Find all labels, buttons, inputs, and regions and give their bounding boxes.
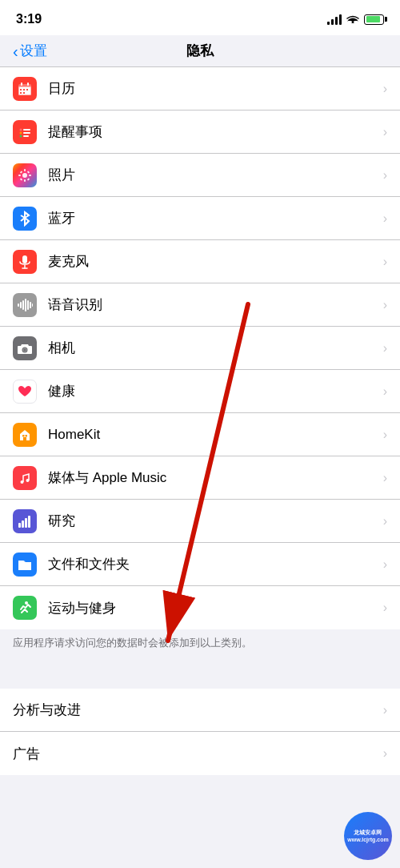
svg-point-43 [21,480,24,484]
voice-label: 语音识别 [48,295,383,314]
research-chevron-icon: › [383,514,387,528]
svg-rect-10 [23,92,25,94]
settings-item-media[interactable]: 媒体与 Apple Music › [0,456,400,500]
fitness-label: 运动与健身 [48,599,383,617]
files-icon [13,553,37,577]
microphone-icon [13,250,37,274]
settings-item-calendar[interactable]: 日历 › [0,67,400,111]
svg-rect-37 [32,303,33,307]
camera-chevron-icon: › [383,341,387,356]
microphone-label: 麦克风 [48,252,383,271]
svg-rect-45 [18,523,21,528]
svg-rect-34 [25,299,26,311]
svg-rect-5 [27,82,29,86]
settings-group-bottom: 分析与改进 › 广告 › [0,689,400,775]
settings-item-camera[interactable]: 相机 › [0,327,400,370]
section-note: 应用程序请求访问您的数据时会被添加到以上类别。 [0,629,400,660]
voice-chevron-icon: › [383,298,387,312]
svg-rect-47 [25,518,27,528]
homekit-icon [13,423,37,447]
photos-label: 照片 [48,166,383,184]
svg-rect-16 [23,135,29,137]
svg-rect-15 [23,132,30,134]
settings-item-microphone[interactable]: 麦克风 › [0,240,400,283]
bluetooth-chevron-icon: › [383,211,387,226]
settings-item-health[interactable]: 健康 › [0,370,400,413]
settings-item-research[interactable]: 研究 › [0,500,400,543]
svg-rect-9 [20,92,22,94]
svg-point-40 [24,348,26,351]
media-chevron-icon: › [383,471,387,485]
battery-icon [364,14,384,25]
svg-rect-25 [27,178,30,181]
homekit-chevron-icon: › [383,428,387,442]
homekit-label: HomeKit [48,427,383,443]
svg-rect-42 [26,435,28,437]
settings-item-fitness[interactable]: 运动与健身 › [0,586,400,629]
fitness-chevron-icon: › [383,601,387,615]
status-icons [327,13,384,26]
svg-rect-4 [21,82,22,86]
svg-rect-8 [26,89,28,90]
page-wrapper: 3:19 [0,0,400,868]
reminder-chevron-icon: › [383,125,387,139]
svg-rect-41 [22,435,25,437]
settings-item-ads[interactable]: 广告 › [0,732,400,775]
camera-label: 相机 [48,339,383,357]
svg-rect-19 [24,179,26,182]
settings-item-files[interactable]: 文件和文件夹 › [0,543,400,586]
settings-item-homekit[interactable]: HomeKit › [0,413,400,456]
svg-point-44 [26,479,30,482]
signal-icon [327,14,342,25]
svg-rect-31 [18,303,19,307]
svg-point-11 [20,128,22,131]
analytics-label: 分析与改进 [13,701,383,719]
analytics-chevron-icon: › [383,703,387,717]
back-button[interactable]: ‹ 设置 [13,42,47,60]
back-chevron-icon: ‹ [13,43,18,59]
ads-chevron-icon: › [383,746,387,761]
settings-item-photos[interactable]: 照片 › [0,154,400,197]
svg-rect-21 [29,175,31,176]
fitness-icon [13,596,37,620]
camera-icon [13,336,37,360]
svg-rect-6 [20,89,22,90]
svg-rect-33 [22,300,24,310]
svg-point-17 [22,173,27,178]
svg-point-13 [20,135,22,137]
voice-recognition-icon [13,293,37,317]
microphone-chevron-icon: › [383,255,387,269]
health-chevron-icon: › [383,384,387,399]
svg-rect-48 [28,516,30,528]
health-icon [13,380,37,404]
nav-bar: ‹ 设置 隐私 [0,35,400,67]
calendar-label: 日历 [48,79,383,98]
media-label: 媒体与 Apple Music [48,468,383,487]
svg-point-12 [20,131,22,134]
settings-item-voice[interactable]: 语音识别 › [0,283,400,327]
calendar-icon [13,77,37,101]
svg-rect-20 [18,175,21,176]
ads-label: 广告 [13,745,383,763]
back-label: 设置 [20,42,47,60]
media-icon [13,466,37,490]
svg-rect-24 [20,178,23,181]
health-label: 健康 [48,382,383,400]
svg-point-0 [352,22,354,23]
page-title: 隐私 [186,42,214,60]
settings-item-bluetooth[interactable]: 蓝牙 › [0,197,400,240]
wifi-icon [346,13,359,26]
research-label: 研究 [48,512,383,530]
watermark-text: 龙城安卓网www.lcjrtg.com [347,829,388,843]
svg-rect-7 [23,89,25,90]
reminder-label: 提醒事项 [48,123,383,141]
watermark: 龙城安卓网www.lcjrtg.com [344,812,392,860]
status-bar: 3:19 [0,0,400,35]
photos-chevron-icon: › [383,168,387,183]
svg-rect-28 [22,255,27,263]
svg-rect-35 [27,300,29,310]
settings-item-analytics[interactable]: 分析与改进 › [0,689,400,732]
settings-item-reminder[interactable]: 提醒事项 › [0,111,400,154]
svg-rect-18 [24,169,26,171]
section-gap [0,660,400,689]
